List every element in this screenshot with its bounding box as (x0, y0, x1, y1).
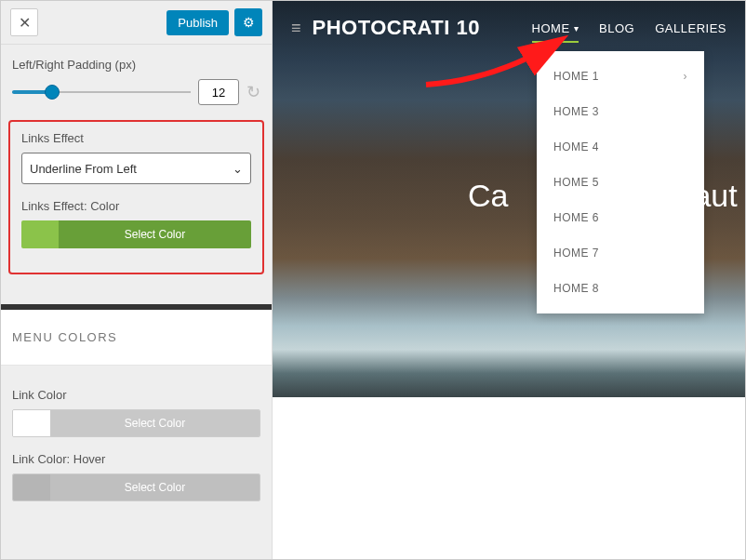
links-effect-color-label: Links Effect: Color (21, 199, 251, 213)
chevron-right-icon: › (684, 70, 688, 83)
menu-colors-title: MENU COLORS (1, 310, 272, 366)
links-effect-select[interactable]: Underline From Left ⌄ (21, 153, 251, 184)
nav-underline (532, 41, 579, 43)
link-color-section: Link Color Select Color (1, 366, 272, 447)
hero-section: ≡ PHOTOCRATI 10 HOME ▾ BLOG GALLERIES (273, 1, 745, 397)
header-actions: Publish ⚙ (167, 8, 262, 36)
dropdown-item[interactable]: HOME 8 (537, 271, 704, 306)
dropdown-item-label: HOME 4 (553, 140, 599, 153)
padding-label: Left/Right Padding (px) (12, 58, 260, 72)
padding-input[interactable] (198, 79, 239, 105)
dropdown-item-label: HOME 7 (553, 247, 599, 260)
sidebar-body: Left/Right Padding (px) ↻ Links Effect U… (1, 45, 272, 559)
dropdown-item[interactable]: HOME 1› (537, 59, 704, 94)
nav-blog-label: BLOG (599, 21, 634, 35)
hero-title-right: aut (693, 178, 737, 213)
dropdown-item-label: HOME 1 (553, 70, 599, 83)
preview-pane: ≡ PHOTOCRATI 10 HOME ▾ BLOG GALLERIES (273, 1, 745, 559)
dropdown-item-label: HOME 8 (553, 282, 599, 295)
nav-galleries-label: GALLERIES (655, 21, 726, 35)
reset-icon[interactable]: ↻ (246, 82, 260, 102)
settings-button[interactable]: ⚙ (234, 8, 262, 36)
gear-icon: ⚙ (243, 15, 255, 30)
color-swatch (21, 220, 59, 248)
link-color-hover-section: Link Color: Hover Select Color (1, 447, 272, 511)
link-color-hover-picker[interactable]: Select Color (12, 473, 260, 501)
links-effect-color-picker[interactable]: Select Color (21, 220, 251, 248)
close-icon: ✕ (19, 14, 31, 32)
publish-button[interactable]: Publish (167, 10, 229, 35)
padding-slider-row: ↻ (12, 79, 260, 105)
slider-fill (12, 90, 47, 94)
links-effect-highlight: Links Effect Underline From Left ⌄ Links… (8, 120, 264, 274)
hero-title: Ca aut (468, 178, 745, 214)
color-swatch (13, 474, 50, 500)
chevron-down-icon: ▾ (574, 23, 579, 33)
customizer-sidebar: ✕ Publish ⚙ Left/Right Padding (px) (1, 1, 273, 559)
nav-item-galleries[interactable]: GALLERIES (655, 21, 726, 35)
links-effect-value: Underline From Left (30, 162, 137, 176)
hamburger-icon[interactable]: ≡ (291, 19, 301, 38)
nav-home-label: HOME (532, 21, 570, 35)
nav-item-home[interactable]: HOME ▾ (532, 21, 579, 35)
color-swatch (13, 410, 50, 436)
sidebar-header: ✕ Publish ⚙ (1, 1, 272, 45)
close-button[interactable]: ✕ (10, 8, 38, 36)
padding-slider[interactable] (12, 84, 191, 100)
select-color-label: Select Color (59, 220, 251, 248)
links-effect-label: Links Effect (21, 131, 251, 145)
dropdown-item[interactable]: HOME 3 (537, 94, 704, 129)
slider-thumb[interactable] (45, 85, 60, 100)
padding-section: Left/Right Padding (px) ↻ (1, 45, 272, 114)
hero-title-left: Ca (468, 178, 508, 213)
nav-menu: HOME ▾ BLOG GALLERIES (532, 21, 726, 35)
dropdown-item-label: HOME 3 (553, 105, 599, 118)
site-nav: ≡ PHOTOCRATI 10 HOME ▾ BLOG GALLERIES (273, 1, 745, 55)
nav-item-blog[interactable]: BLOG (599, 21, 634, 35)
dropdown-item[interactable]: HOME 4 (537, 129, 704, 165)
dropdown-item[interactable]: HOME 7 (537, 235, 704, 271)
link-color-picker[interactable]: Select Color (12, 409, 260, 437)
link-color-hover-label: Link Color: Hover (12, 452, 260, 466)
link-color-label: Link Color (12, 388, 260, 402)
select-color-label: Select Color (50, 410, 260, 436)
select-color-label: Select Color (50, 474, 260, 500)
chevron-down-icon: ⌄ (233, 162, 243, 176)
site-logo[interactable]: PHOTOCRATI 10 (313, 16, 481, 40)
